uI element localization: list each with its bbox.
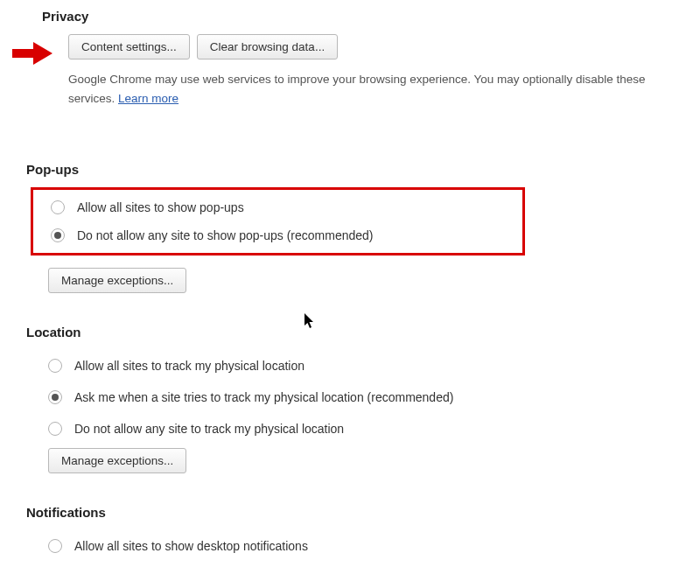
location-block-row[interactable]: Do not allow any site to track my physic… [48, 413, 700, 444]
popups-title: Pop-ups [0, 144, 700, 187]
location-allow-row[interactable]: Allow all sites to track my physical loc… [48, 350, 700, 382]
location-manage-exceptions-button[interactable]: Manage exceptions... [48, 448, 186, 473]
radio-icon[interactable] [48, 539, 62, 553]
radio-icon[interactable] [48, 390, 62, 404]
privacy-section: Privacy Content settings... Clear browsi… [0, 0, 700, 125]
popups-block-label: Do not allow any site to show pop-ups (r… [77, 228, 374, 242]
popups-allow-row[interactable]: Allow all sites to show pop-ups [51, 193, 522, 221]
radio-icon[interactable] [51, 200, 65, 214]
notifications-allow-row[interactable]: Allow all sites to show desktop notifica… [48, 530, 700, 562]
red-highlight-box: Allow all sites to show pop-ups Do not a… [31, 187, 525, 256]
privacy-description: Google Chrome may use web services to im… [0, 70, 700, 116]
notifications-allow-label: Allow all sites to show desktop notifica… [74, 539, 308, 553]
radio-icon[interactable] [48, 359, 62, 373]
clear-browsing-data-button[interactable]: Clear browsing data... [197, 34, 338, 60]
notifications-section: Notifications Allow all sites to show de… [0, 487, 700, 570]
privacy-title: Privacy [0, 0, 700, 34]
location-ask-row[interactable]: Ask me when a site tries to track my phy… [48, 382, 700, 413]
notifications-title: Notifications [0, 487, 700, 530]
popups-section: Pop-ups Allow all sites to show pop-ups … [0, 144, 700, 307]
radio-icon[interactable] [48, 422, 62, 436]
location-block-label: Do not allow any site to track my physic… [74, 422, 344, 436]
location-allow-label: Allow all sites to track my physical loc… [74, 359, 304, 373]
content-settings-button[interactable]: Content settings... [68, 34, 190, 60]
radio-icon[interactable] [51, 228, 65, 242]
popups-allow-label: Allow all sites to show pop-ups [77, 200, 244, 214]
location-section: Location Allow all sites to track my phy… [0, 307, 700, 487]
location-ask-label: Ask me when a site tries to track my phy… [74, 390, 453, 404]
learn-more-link[interactable]: Learn more [118, 92, 178, 105]
popups-manage-exceptions-button[interactable]: Manage exceptions... [48, 268, 186, 293]
location-title: Location [0, 307, 700, 350]
popups-block-row[interactable]: Do not allow any site to show pop-ups (r… [51, 221, 522, 249]
